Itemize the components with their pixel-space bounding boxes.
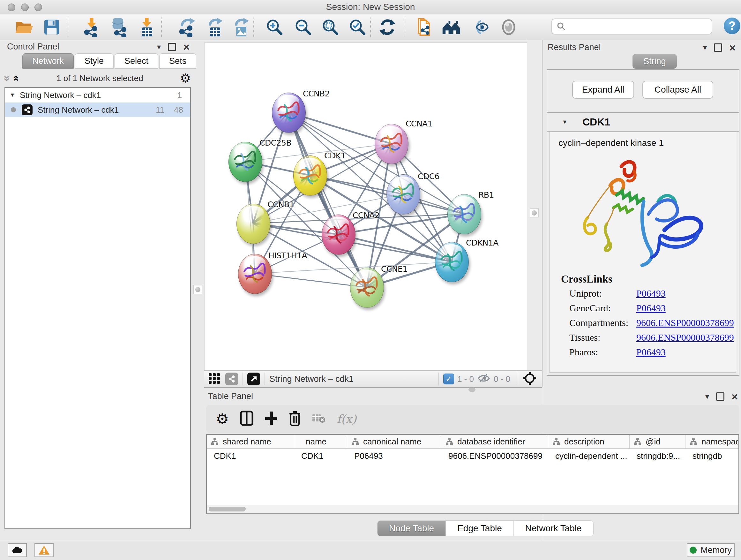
panel-close-icon[interactable]: × [183,44,190,50]
table-options-gear-icon[interactable]: ⚙ [216,410,229,428]
section-collapse-icon[interactable]: ▼ [547,119,583,125]
cell-canonical-name[interactable]: P06493 [347,449,441,463]
node-CDKN1A[interactable] [435,242,469,282]
tab-edge-table[interactable]: Edge Table [446,521,514,536]
warnings-button[interactable] [35,543,54,557]
panel-float-icon[interactable] [168,43,176,51]
search-input[interactable] [569,21,712,32]
column-header-@id[interactable]: @id [630,435,685,448]
column-header-shared-name[interactable]: shared name [207,435,294,448]
panel-close-icon[interactable]: × [731,393,738,400]
zoom-selected-icon[interactable] [347,17,367,37]
open-session-icon[interactable] [14,17,34,37]
expand-all-icon[interactable]: « [10,75,23,81]
panel-close-icon[interactable]: × [729,44,736,51]
crosslink-link[interactable]: P06493 [636,303,666,314]
panel-menu-icon[interactable]: ▾ [705,392,709,401]
search-field[interactable] [551,18,712,35]
left-splitter-handle[interactable] [193,285,202,294]
zoom-out-icon[interactable] [293,17,313,37]
node-RB1[interactable] [448,194,481,234]
node-structure-art [297,162,323,191]
panel-float-icon[interactable] [716,392,724,401]
memory-button[interactable]: Memory [687,543,735,557]
fit-selected-crosshair-icon[interactable] [523,371,537,387]
tab-string[interactable]: String [632,54,677,69]
import-table-icon[interactable] [137,17,157,37]
function-builder-icon[interactable]: f(x) [337,413,356,426]
collapse-all-button[interactable]: Collapse All [643,81,713,99]
crosslink-link[interactable]: 9606.ENSP00000378699 [636,317,734,328]
tab-node-table[interactable]: Node Table [378,521,446,536]
panel-menu-icon[interactable]: ▾ [703,43,707,52]
hidden-eye-slash-icon[interactable] [477,373,490,385]
node-CCNE1[interactable] [350,267,384,308]
zoom-in-icon[interactable] [264,17,285,37]
import-network-database-icon[interactable] [110,17,130,37]
main-toolbar: ? [0,14,741,40]
delete-column-icon[interactable] [289,411,301,427]
table-horizontal-scrollbar[interactable] [207,505,738,513]
export-network-icon[interactable] [177,17,198,37]
protein-section-header[interactable]: ▼ CDK1 [547,113,739,132]
panel-menu-icon[interactable]: ▾ [157,43,161,51]
cell-@id[interactable]: stringdb:9... [630,449,685,463]
edge-CCNB2-CCNE1[interactable] [288,112,367,287]
birdseye-grid-icon[interactable] [208,372,221,386]
tree-collapse-icon[interactable]: ▼ [5,92,20,98]
column-header-namespace[interactable]: namespace [685,435,738,448]
network-collection-row[interactable]: ▼ String Network – cdk1 1 [5,88,190,103]
export-table-icon[interactable] [205,17,226,37]
network-options-gear-icon[interactable]: ⚙ [180,71,191,85]
tab-style[interactable]: Style [75,53,114,69]
open-in-window-icon[interactable] [247,373,260,385]
column-header-canonical-name[interactable]: canonical name [347,435,441,448]
selected-checkbox[interactable]: ✓ [443,374,454,384]
string-view-icon[interactable] [225,373,238,385]
crosslink-link[interactable]: P06493 [636,288,666,299]
tab-network[interactable]: Network [22,53,74,69]
cell-database-identifier[interactable]: 9606.ENSP00000378699 [441,449,548,463]
refresh-icon[interactable] [377,17,398,37]
cell-shared-name[interactable]: CDK1 [207,449,294,463]
node-HIST1H1A[interactable] [238,254,272,294]
cell-name[interactable]: CDK1 [294,449,347,463]
expand-all-button[interactable]: Expand All [572,81,634,99]
node-CCNA1[interactable] [375,124,408,164]
node-CDC25B[interactable] [228,142,262,182]
column-header-description[interactable]: description [548,435,630,448]
cloud-button[interactable] [8,543,27,557]
zoom-fit-icon[interactable] [320,17,340,37]
show-columns-icon[interactable] [240,410,254,428]
right-splitter-handle[interactable] [530,208,539,217]
delete-table-icon[interactable] [312,413,326,425]
table-row[interactable]: CDK1CDK1P064939606.ENSP00000378699cyclin… [207,449,738,463]
column-header-database-identifier[interactable]: database identifier [441,435,548,448]
cell-description[interactable]: cyclin-dependent ... [548,449,630,463]
column-header-name[interactable]: name [294,435,347,448]
home-icon[interactable] [441,17,461,37]
tab-select[interactable]: Select [115,53,158,69]
node-CCNB1[interactable] [237,204,270,244]
tab-sets[interactable]: Sets [159,53,196,69]
import-network-file-icon[interactable] [81,17,102,37]
node-CDK1[interactable] [293,155,327,196]
eye-icon[interactable] [498,17,519,37]
add-column-icon[interactable] [265,411,278,427]
panel-float-icon[interactable] [714,44,722,52]
node-CCNB2[interactable] [272,92,306,133]
export-image-icon[interactable] [231,17,252,37]
crosslink-link[interactable]: P06493 [636,347,666,358]
cell-namespace[interactable]: stringdb [685,449,738,463]
node-CCNA2[interactable] [322,214,355,255]
scrollbar-thumb[interactable] [209,507,246,511]
node-CDC6[interactable] [387,174,420,214]
save-session-icon[interactable] [42,17,62,37]
network-canvas[interactable]: CCNB2CCNA1CDC25BCDK1CDC6RB1CCNB1CCNA2CDK… [204,43,528,371]
crosslink-link[interactable]: 9606.ENSP00000378699 [636,332,734,343]
help-button[interactable]: ? [724,17,740,34]
show-graphics-details-icon[interactable] [469,17,489,37]
network-row[interactable]: String Network – cdk1 11 48 [5,103,190,117]
string-import-icon[interactable] [414,17,434,37]
tab-network-table[interactable]: Network Table [514,521,593,536]
